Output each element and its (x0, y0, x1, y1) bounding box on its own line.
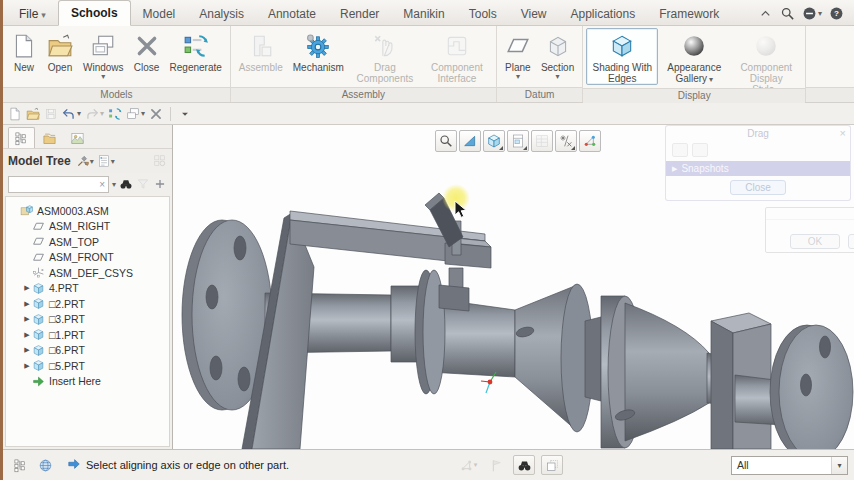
toggle-model-tree-icon[interactable] (9, 455, 31, 475)
tab-file[interactable]: File▾ (7, 2, 58, 25)
close-icon[interactable]: × (840, 127, 846, 139)
tree-item-5-prt[interactable]: ▶□5.PRT (6, 358, 169, 374)
view-manager-icon[interactable] (531, 130, 553, 152)
search-input[interactable] (9, 177, 96, 192)
chevron-down-icon: ▾ (709, 75, 713, 84)
chevron-down-icon[interactable]: ▾ (831, 457, 847, 474)
browser-globe-icon[interactable] (34, 455, 56, 475)
expand-arrow-icon[interactable]: ▶ (22, 331, 32, 339)
select-inside-box-icon[interactable] (541, 455, 563, 475)
ribbon-group-label: Assembly (231, 87, 496, 102)
tree-item-asm-front[interactable]: ASM_FRONT (6, 250, 169, 266)
find-binoculars-icon[interactable] (513, 455, 535, 475)
assemble-button: Assemble (234, 28, 288, 74)
tab-manikin[interactable]: Manikin (391, 2, 456, 25)
part-node-icon (32, 328, 46, 341)
toolbar-overflow-icon[interactable] (178, 107, 192, 121)
appearance-gallery-button[interactable]: Appearance Gallery▾ (658, 28, 730, 86)
zoom-icon[interactable] (435, 130, 457, 152)
ok-button[interactable]: OK (790, 234, 840, 249)
expand-arrow-icon[interactable]: ▶ (22, 346, 32, 354)
assemble-icon (248, 31, 274, 61)
search-icon[interactable] (780, 6, 795, 21)
tab-label: Annotate (268, 7, 316, 21)
tree-item-4-prt[interactable]: ▶4.PRT (6, 281, 169, 297)
tab-tools[interactable]: Tools (457, 2, 509, 25)
tab-render[interactable]: Render (328, 2, 391, 25)
drag-dialog-ghost[interactable]: Drag × ▶ Snapshots Close (665, 125, 851, 201)
tree-tools-icon[interactable]: ▾ (76, 154, 94, 168)
minimize-ribbon-icon[interactable] (758, 6, 773, 21)
search-dropdown-icon[interactable]: ▾ (112, 180, 116, 189)
tree-item-label: ASM_FRONT (49, 251, 114, 263)
graphics-area[interactable]: Drag × ▶ Snapshots Close OK Cancel (173, 125, 854, 449)
status-message: Select aligning axis or edge on other pa… (86, 459, 289, 471)
tree-item-insert-here[interactable]: Insert Here (6, 374, 169, 390)
button-label: Appearance Gallery (667, 62, 721, 84)
close-button[interactable]: Close (730, 180, 786, 195)
selection-filter-select[interactable]: All ▾ (731, 456, 848, 475)
expand-arrow-icon[interactable]: ▶ (22, 300, 32, 308)
cancel-button[interactable]: Cancel (848, 234, 854, 249)
tab-annotate[interactable]: Annotate (256, 2, 328, 25)
tree-item-asm0003-asm[interactable]: ASM0003.ASM (6, 203, 169, 219)
reorient-icon[interactable] (459, 130, 481, 152)
tree-item-6-prt[interactable]: ▶□6.PRT (6, 343, 169, 359)
main-area: Model Tree ▾▾ × ▾ ASM0003.ASMASM_RIGHTAS… (3, 125, 854, 449)
expand-arrow-icon[interactable]: ▶ (22, 362, 32, 370)
part-node-icon (32, 282, 46, 295)
find-binoculars-icon[interactable] (119, 177, 133, 191)
tab-model[interactable]: Model (131, 2, 188, 25)
drag-components-button: Drag Components (349, 28, 421, 85)
saved-orientations-icon[interactable] (507, 130, 529, 152)
open-button[interactable]: Open (42, 28, 78, 74)
tab-framework[interactable]: Framework (647, 2, 731, 25)
regenerate-small-icon[interactable] (108, 107, 122, 121)
close-button[interactable]: Close (129, 28, 165, 74)
help-icon[interactable]: ? (829, 6, 844, 21)
confirm-dialog-ghost[interactable]: OK Cancel (765, 207, 854, 253)
expand-plus-icon[interactable] (153, 177, 167, 191)
tree-item-asm-top[interactable]: ASM_TOP (6, 234, 169, 250)
model-tree-tab-icon[interactable] (8, 127, 35, 148)
chevron-down-icon: ▾ (505, 73, 531, 81)
windows-icon (90, 31, 116, 61)
mechanism-button[interactable]: Mechanism (288, 28, 349, 74)
folder-browser-tab-icon[interactable] (36, 127, 63, 148)
tree-filters-icon[interactable]: ▾ (97, 154, 115, 168)
expand-arrow-icon[interactable]: ▶ (22, 284, 32, 292)
datum-display-icon[interactable] (555, 130, 577, 152)
tab-label: Schools (71, 6, 118, 20)
spin-center-icon[interactable] (579, 130, 601, 152)
snapshots-row[interactable]: ▶ Snapshots (666, 161, 850, 176)
tab-schools[interactable]: Schools (58, 0, 131, 26)
section-button[interactable]: Section▾ (536, 28, 579, 82)
close-small-icon[interactable] (149, 107, 163, 121)
shading-with-edges-button[interactable]: Shading With Edges (586, 28, 658, 85)
tree-item-asm-right[interactable]: ASM_RIGHT (6, 219, 169, 235)
clear-search-icon[interactable]: × (96, 179, 108, 190)
ribbon: NewOpenWindows▾CloseRegenerateModelsAsse… (3, 26, 854, 103)
connections-icon[interactable]: ▾ (802, 6, 822, 21)
tab-analysis[interactable]: Analysis (187, 2, 256, 25)
tab-view[interactable]: View (509, 2, 559, 25)
tree-item-asm-def-csys[interactable]: xASM_DEF_CSYS (6, 265, 169, 281)
tab-applications[interactable]: Applications (559, 2, 648, 25)
open-folder-icon[interactable] (26, 107, 40, 121)
new-file-icon[interactable] (8, 107, 22, 121)
tree-item-2-prt[interactable]: ▶□2.PRT (6, 296, 169, 312)
tree-item-3-prt[interactable]: ▶□3.PRT (6, 312, 169, 328)
display-style-icon[interactable] (483, 130, 505, 152)
search-box[interactable]: × (8, 176, 109, 193)
tab-label: Applications (571, 7, 636, 21)
new-button[interactable]: New (6, 28, 42, 74)
tree-item-1-prt[interactable]: ▶□1.PRT (6, 327, 169, 343)
expand-arrow-icon[interactable]: ▶ (22, 315, 32, 323)
windows-button[interactable]: Windows▾ (78, 28, 129, 82)
favorites-tab-icon[interactable] (64, 127, 91, 148)
plane-button[interactable]: Plane▾ (500, 28, 536, 82)
windows-small-icon[interactable]: ▾ (126, 107, 145, 121)
regenerate-button[interactable]: Regenerate (165, 28, 227, 74)
undo-icon[interactable]: ▾ (62, 107, 81, 121)
creo-application-window: File▾SchoolsModelAnalysisAnnotateRenderM… (0, 0, 854, 480)
